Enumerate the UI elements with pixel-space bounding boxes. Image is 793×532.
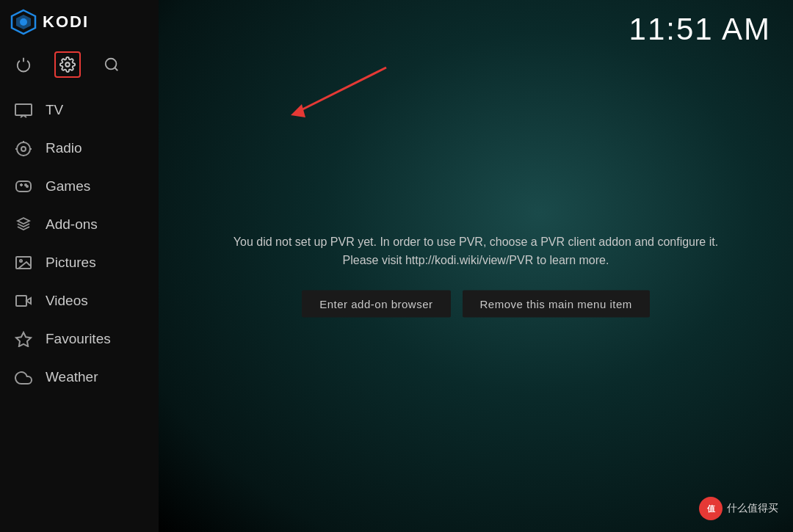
sidebar-item-games[interactable]: Games <box>0 167 159 205</box>
kodi-logo-icon <box>10 9 37 35</box>
pictures-icon <box>13 252 34 273</box>
svg-rect-18 <box>16 257 31 269</box>
svg-point-19 <box>20 260 22 262</box>
kodi-logo: KODI <box>10 9 89 35</box>
sidebar-item-addons[interactable]: Add-ons <box>0 205 159 244</box>
weather-icon <box>13 367 34 387</box>
watermark-text: 什么值得买 <box>727 502 778 515</box>
enter-addon-browser-button[interactable]: Enter add-on browser <box>302 290 450 317</box>
sidebar-item-radio-label: Radio <box>46 140 82 156</box>
watermark-circle-text: 值 <box>707 503 715 514</box>
sidebar-item-tv[interactable]: TV <box>0 91 159 129</box>
games-icon <box>13 176 34 197</box>
svg-line-5 <box>115 68 117 70</box>
sidebar-item-tv-label: TV <box>46 102 63 118</box>
svg-point-17 <box>26 186 28 187</box>
favourites-icon <box>13 329 34 349</box>
time-display: 11:51 AM <box>629 12 771 47</box>
sidebar-item-pictures[interactable]: Pictures <box>0 244 159 282</box>
videos-icon <box>13 291 34 311</box>
sidebar-item-favourites[interactable]: Favourites <box>0 320 159 358</box>
sidebar-item-addons-label: Add-ons <box>46 216 98 233</box>
radio-icon <box>13 138 34 158</box>
svg-marker-24 <box>291 104 305 117</box>
sidebar-item-radio[interactable]: Radio <box>0 129 159 167</box>
power-button[interactable] <box>10 51 37 78</box>
search-button[interactable] <box>98 51 125 78</box>
button-row: Enter add-on browser Remove this main me… <box>302 290 650 317</box>
svg-line-23 <box>298 68 386 112</box>
svg-point-3 <box>65 62 70 67</box>
svg-rect-20 <box>16 296 26 306</box>
sidebar-item-games-label: Games <box>46 178 90 194</box>
sidebar-icons <box>0 44 159 85</box>
sidebar-item-weather[interactable]: Weather <box>0 358 159 396</box>
sidebar-item-pictures-label: Pictures <box>46 255 96 271</box>
sidebar: KODI <box>0 0 159 532</box>
svg-point-4 <box>106 59 117 70</box>
tv-icon <box>13 100 34 120</box>
pvr-message: You did not set up PVR yet. In order to … <box>226 232 725 269</box>
main-content: 11:51 AM You did not set up PVR yet. In … <box>159 0 793 532</box>
watermark-circle: 值 <box>699 497 723 520</box>
nav-items: TV Radio <box>0 91 159 396</box>
svg-point-7 <box>17 142 30 156</box>
sidebar-item-favourites-label: Favourites <box>46 331 111 347</box>
settings-button[interactable] <box>54 51 81 78</box>
sidebar-item-videos-label: Videos <box>46 293 88 309</box>
addons-icon <box>13 214 34 235</box>
watermark: 值 什么值得买 <box>699 497 778 520</box>
kodi-logo-text: KODI <box>43 12 89 32</box>
svg-rect-6 <box>15 104 32 115</box>
sidebar-item-videos[interactable]: Videos <box>0 282 159 320</box>
remove-menu-item-button[interactable]: Remove this main menu item <box>463 290 650 317</box>
sidebar-item-weather-label: Weather <box>46 369 98 385</box>
center-content: You did not set up PVR yet. In order to … <box>226 232 725 317</box>
svg-point-2 <box>20 18 27 26</box>
arrow-annotation <box>283 60 401 129</box>
sidebar-top: KODI <box>0 0 159 44</box>
svg-point-8 <box>21 147 26 151</box>
svg-marker-22 <box>16 332 31 346</box>
